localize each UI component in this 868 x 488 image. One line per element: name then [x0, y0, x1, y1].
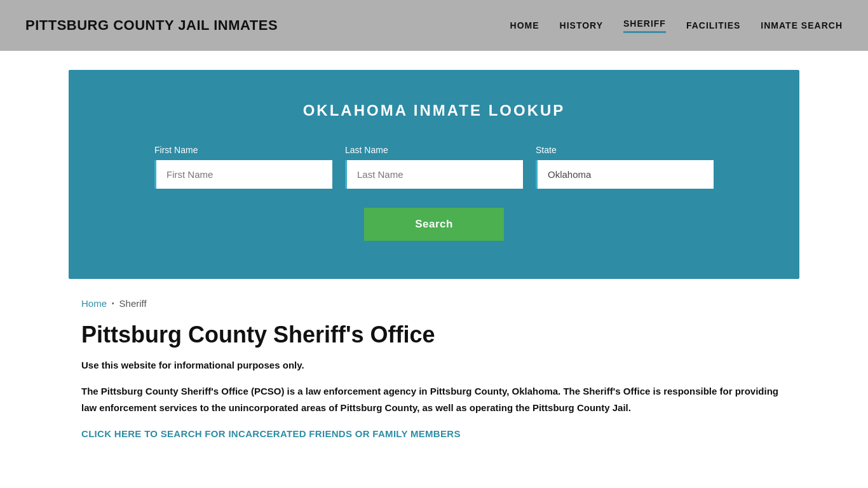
breadcrumb-separator: • [112, 300, 114, 307]
main-nav: HOME HISTORY SHERIFF FACILITIES INMATE S… [510, 18, 843, 33]
first-name-input[interactable] [154, 160, 332, 189]
search-form: First Name Last Name State Oklahoma Alab… [94, 145, 774, 241]
last-name-input[interactable] [345, 160, 523, 189]
search-fields: First Name Last Name State Oklahoma Alab… [94, 145, 774, 189]
site-title: PITTSBURG COUNTY JAIL INMATES [25, 17, 278, 34]
state-label: State [536, 145, 714, 155]
first-name-group: First Name [154, 145, 332, 189]
nav-facilities[interactable]: FACILITIES [686, 20, 740, 30]
nav-home[interactable]: HOME [510, 20, 539, 30]
search-banner: OKLAHOMA INMATE LOOKUP First Name Last N… [69, 70, 799, 279]
breadcrumb-home[interactable]: Home [81, 298, 107, 309]
page-heading: Pittsburg County Sheriff's Office [81, 322, 787, 348]
breadcrumb: Home • Sheriff [69, 298, 799, 309]
last-name-label: Last Name [345, 145, 523, 155]
breadcrumb-current: Sheriff [119, 298, 147, 309]
description-text: The Pittsburg County Sheriff's Office (P… [81, 383, 787, 416]
site-header: PITTSBURG COUNTY JAIL INMATES HOME HISTO… [0, 0, 868, 51]
search-button[interactable]: Search [364, 208, 504, 241]
cta-link[interactable]: CLICK HERE to Search for Incarcerated Fr… [81, 428, 461, 439]
first-name-label: First Name [154, 145, 332, 155]
nav-sheriff[interactable]: SHERIFF [623, 18, 666, 33]
nav-history[interactable]: HISTORY [560, 20, 603, 30]
banner-title: OKLAHOMA INMATE LOOKUP [94, 102, 774, 119]
main-content: Pittsburg County Sheriff's Office Use th… [69, 322, 799, 440]
nav-inmate-search[interactable]: INMATE SEARCH [761, 20, 843, 30]
state-select[interactable]: Oklahoma Alabama Alaska Arizona Arkansas… [536, 160, 714, 189]
last-name-group: Last Name [345, 145, 523, 189]
disclaimer-text: Use this website for informational purpo… [81, 360, 787, 370]
state-group: State Oklahoma Alabama Alaska Arizona Ar… [536, 145, 714, 189]
